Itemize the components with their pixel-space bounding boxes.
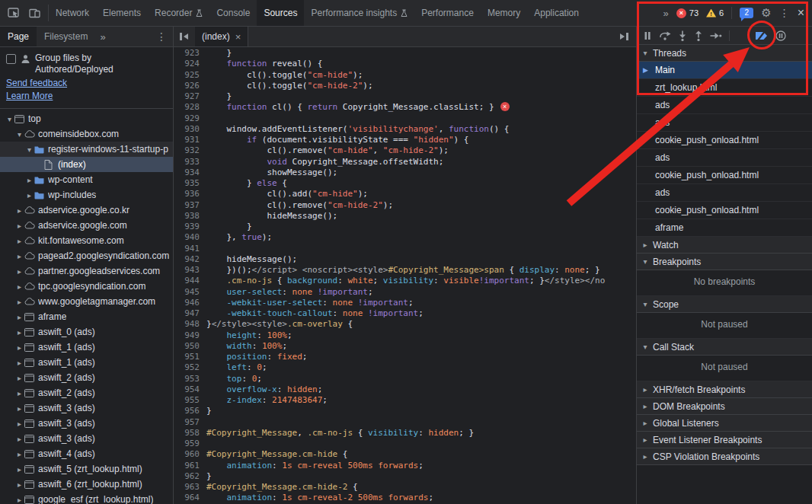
warning-count-badge[interactable]: !6 <box>706 8 724 18</box>
line-number[interactable]: 940 <box>174 232 206 243</box>
tree-item-aswift-5-zrt-lookup-html[interactable]: ▸aswift_5 (zrt_lookup.html) <box>0 461 173 477</box>
line-number[interactable]: 924 <box>174 59 206 69</box>
thread-row-main[interactable]: ▶Main <box>637 62 812 79</box>
group-files-checkbox[interactable] <box>6 54 16 64</box>
sidebar-toggle-icon[interactable] <box>613 27 636 46</box>
thread-row-ads[interactable]: ads <box>637 114 812 132</box>
tree-item-partner-googleadservices-com[interactable]: ▸partner.googleadservices.com <box>0 263 173 279</box>
section-dom-breakpoints[interactable]: ▸DOM Breakpoints <box>637 398 812 415</box>
expand-arrow-icon[interactable]: ▸ <box>14 328 24 337</box>
expand-arrow-icon[interactable]: ▸ <box>14 267 24 276</box>
tab-performance-insights[interactable]: Performance insights <box>304 0 414 26</box>
editor-tab-index[interactable]: (index) × <box>195 27 248 46</box>
line-number[interactable]: 959 <box>174 439 206 449</box>
section-breakpoints[interactable]: ▾Breakpoints <box>637 254 812 270</box>
collapse-arrow-icon[interactable]: ▾ <box>24 145 34 154</box>
tree-item-aswift-3-ads[interactable]: ▸aswift_3 (ads) <box>0 431 173 446</box>
line-number[interactable]: 939 <box>174 222 206 232</box>
expand-arrow-icon[interactable]: ▸ <box>14 374 24 382</box>
tree-item-wp-includes[interactable]: ▸wp-includes <box>0 187 173 203</box>
tree-item-aswift-4-ads[interactable]: ▸aswift_4 (ads) <box>0 446 173 461</box>
tree-item-aswift-2-ads[interactable]: ▸aswift_2 (ads) <box>0 385 173 400</box>
settings-gear-icon[interactable]: ⚙ <box>761 6 771 20</box>
send-feedback-link[interactable]: Send feedback <box>6 78 167 88</box>
section-event-listener-breakpoints[interactable]: ▸Event Listener Breakpoints <box>637 432 812 448</box>
line-number[interactable]: 923 <box>174 48 206 59</box>
line-number[interactable]: 955 <box>174 395 206 406</box>
line-number[interactable]: 942 <box>174 254 206 265</box>
tree-item-adservice-google-com[interactable]: ▸adservice.google.com <box>0 218 173 233</box>
line-number[interactable]: 938 <box>174 211 206 222</box>
code-editor[interactable]: 923 }924 function reveal() {925 cl().tog… <box>174 47 636 504</box>
expand-arrow-icon[interactable]: ▸ <box>14 465 24 474</box>
tree-item-top[interactable]: ▾top <box>0 111 173 126</box>
section-scope[interactable]: ▾Scope <box>637 296 812 313</box>
tree-item-adservice-google-co-kr[interactable]: ▸adservice.google.co.kr <box>0 203 173 218</box>
line-number[interactable]: 958 <box>174 428 206 439</box>
expand-arrow-icon[interactable]: ▸ <box>24 191 34 199</box>
line-number[interactable]: 941 <box>174 244 206 254</box>
pause-on-exceptions-button[interactable] <box>775 30 786 41</box>
close-devtools-icon[interactable]: × <box>798 6 804 20</box>
more-navigator-tabs-chevron[interactable]: » <box>95 27 110 46</box>
expand-arrow-icon[interactable]: ▸ <box>14 313 24 321</box>
tab-network[interactable]: Network <box>49 0 96 26</box>
tree-item-pagead2-googlesyndication-com[interactable]: ▸pagead2.googlesyndication.com <box>0 248 173 263</box>
tab-console[interactable]: Console <box>209 0 257 26</box>
inspect-element-icon[interactable] <box>8 8 20 18</box>
tab-memory[interactable]: Memory <box>481 0 527 26</box>
line-number[interactable]: 943 <box>174 265 206 276</box>
section-threads[interactable]: ▾ Threads <box>637 45 812 62</box>
expand-arrow-icon[interactable]: ▸ <box>14 298 24 306</box>
expand-arrow-icon[interactable]: ▸ <box>14 206 24 215</box>
tree-item-aframe[interactable]: ▸aframe <box>0 309 173 324</box>
section-call-stack[interactable]: ▾Call Stack <box>637 339 812 356</box>
tree-item-google-esf-zrt-lookup-html[interactable]: ▸google_esf (zrt_lookup.html) <box>0 492 173 504</box>
thread-row-zrt-lookup-html[interactable]: zrt_lookup.html <box>637 79 812 97</box>
section-global-listeners[interactable]: ▸Global Listeners <box>637 415 812 432</box>
line-number[interactable]: 928 <box>174 102 206 113</box>
line-number[interactable]: 935 <box>174 178 206 189</box>
thread-row-ads[interactable]: ads <box>637 149 812 167</box>
deactivate-breakpoints-button[interactable] <box>755 30 769 41</box>
pause-script-button[interactable] <box>643 31 652 40</box>
close-tab-icon[interactable]: × <box>235 31 241 43</box>
tab-performance[interactable]: Performance <box>414 0 481 26</box>
expand-arrow-icon[interactable]: ▸ <box>14 237 24 245</box>
step-over-button[interactable] <box>659 30 671 40</box>
tab-application[interactable]: Application <box>527 0 586 26</box>
tab-recorder[interactable]: Recorder <box>148 0 209 26</box>
section-watch[interactable]: ▸Watch <box>637 237 812 254</box>
tree-item-comeinsidebox-com[interactable]: ▾comeinsidebox.com <box>0 126 173 142</box>
line-number[interactable]: 937 <box>174 200 206 211</box>
expand-arrow-icon[interactable]: ▸ <box>14 252 24 260</box>
line-number[interactable]: 952 <box>174 362 206 373</box>
expand-arrow-icon[interactable]: ▸ <box>14 343 24 352</box>
line-number[interactable]: 933 <box>174 157 206 167</box>
line-number[interactable]: 931 <box>174 135 206 145</box>
expand-arrow-icon[interactable]: ▸ <box>14 435 24 443</box>
tree-item-aswift-2-ads[interactable]: ▸aswift_2 (ads) <box>0 370 173 385</box>
line-number[interactable]: 932 <box>174 145 206 156</box>
expand-arrow-icon[interactable]: ▸ <box>14 359 24 367</box>
tree-item-kit-fontawesome-com[interactable]: ▸kit.fontawesome.com <box>0 233 173 248</box>
line-number[interactable]: 929 <box>174 113 206 124</box>
tree-item-aswift-3-ads[interactable]: ▸aswift_3 (ads) <box>0 416 173 431</box>
tree-item-www-googletagmanager-com[interactable]: ▸www.googletagmanager.com <box>0 294 173 309</box>
learn-more-link[interactable]: Learn More <box>6 91 167 101</box>
expand-arrow-icon[interactable]: ▸ <box>14 450 24 458</box>
step-into-button[interactable] <box>678 30 687 41</box>
collapse-arrow-icon[interactable]: ▾ <box>14 130 24 139</box>
expand-arrow-icon[interactable]: ▸ <box>24 176 34 184</box>
thread-row-ads[interactable]: ads <box>637 97 812 114</box>
tree-item-aswift-6-zrt-lookup-html[interactable]: ▸aswift_6 (zrt_lookup.html) <box>0 477 173 492</box>
more-tabs-chevron[interactable]: » <box>663 8 669 19</box>
line-number[interactable]: 953 <box>174 374 206 384</box>
thread-row-cookie-push-onload-html[interactable]: cookie_push_onload.html <box>637 167 812 184</box>
line-number[interactable]: 934 <box>174 167 206 178</box>
line-number[interactable]: 925 <box>174 70 206 81</box>
error-count-badge[interactable]: ×73 <box>676 8 699 18</box>
tab-filesystem[interactable]: Filesystem <box>37 27 95 46</box>
section-xhr-fetch-breakpoints[interactable]: ▸XHR/fetch Breakpoints <box>637 381 812 398</box>
messages-badge[interactable]: 2 <box>740 8 753 18</box>
